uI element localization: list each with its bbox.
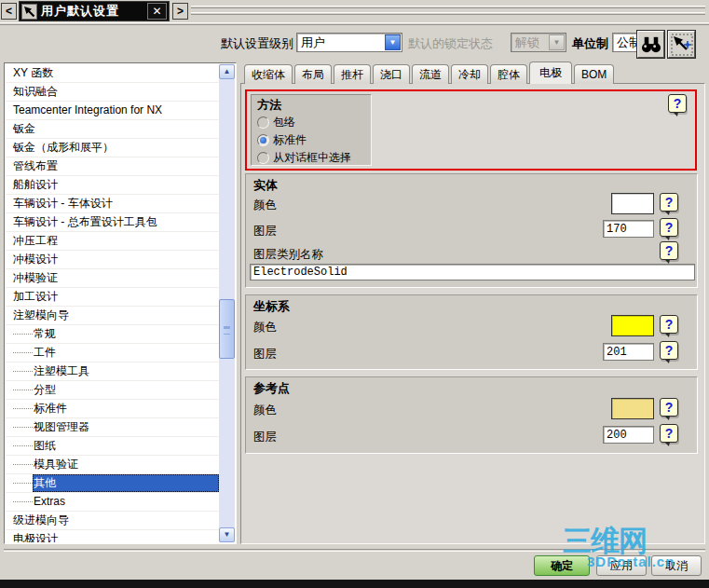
tab-推杆[interactable]: 推杆 <box>334 64 371 84</box>
sidebar-item[interactable]: 钣金（成形和展平） <box>6 139 219 157</box>
help-icon[interactable]: ? <box>660 315 678 334</box>
electrode-tab-panel: 方法 包络标准件从对话框中选择 ? 实体 颜色 ? 图层 ? 图层类别名称 ? … <box>240 83 705 544</box>
sidebar-item-label: 知识融合 <box>6 83 219 101</box>
sidebar-item[interactable]: 级进模向导 <box>6 512 219 530</box>
help-icon[interactable]: ? <box>660 398 678 417</box>
help-icon[interactable]: ? <box>660 218 678 237</box>
help-icon[interactable]: ? <box>660 424 678 443</box>
nav-prev-button[interactable]: < <box>1 3 17 20</box>
tab-BOM[interactable]: BOM <box>574 64 614 84</box>
method-radio-option[interactable]: 从对话框中选择 <box>257 149 371 167</box>
dialog-title-tab: 用户默认设置 ✕ <box>19 1 170 21</box>
sidebar-item[interactable]: 模具验证 <box>6 456 219 474</box>
close-icon[interactable]: ✕ <box>147 3 167 20</box>
scroll-down-icon[interactable]: ▼ <box>219 527 235 542</box>
sidebar-item[interactable]: Teamcenter Integration for NX <box>6 102 219 120</box>
ok-button[interactable]: 确定 <box>534 555 590 576</box>
default-level-select[interactable]: 用户 ▼ <box>296 33 402 52</box>
sidebar-item-label: 视图管理器 <box>33 418 219 436</box>
refpoint-color-swatch[interactable] <box>611 398 654 419</box>
sidebar-scrollbar[interactable]: ▲ ▼ <box>219 64 235 542</box>
sidebar-item[interactable]: 电极设计 <box>6 530 219 542</box>
nav-next-button[interactable]: > <box>172 3 188 20</box>
help-icon[interactable]: ? <box>660 193 678 212</box>
radio-icon[interactable] <box>257 152 269 164</box>
sidebar-item[interactable]: 其他 <box>6 474 219 493</box>
sidebar-item[interactable]: 视图管理器 <box>6 418 219 437</box>
sidebar-item-label: 冲模验证 <box>6 269 219 287</box>
method-highlight-box: 方法 包络标准件从对话框中选择 ? <box>245 89 697 171</box>
sidebar-item[interactable]: 车辆设计 - 总布置设计工具包 <box>6 213 219 232</box>
sidebar-item-label: Teamcenter Integration for NX <box>6 102 219 119</box>
tab-布局[interactable]: 布局 <box>294 64 332 84</box>
sidebar-item[interactable]: 船舶设计 <box>6 176 219 195</box>
tree-connector <box>13 464 33 465</box>
solid-layer-category-input[interactable] <box>250 264 695 280</box>
scrollbar-thumb[interactable] <box>219 299 235 359</box>
method-group-title: 方法 <box>257 97 371 114</box>
select-default-button[interactable] <box>668 31 695 58</box>
sidebar-item-label: Extras <box>33 493 219 511</box>
solid-color-label: 颜色 <box>253 198 277 213</box>
cancel-button[interactable]: 取消 <box>651 555 702 576</box>
refpoint-group-title: 参考点 <box>253 380 290 397</box>
sidebar-item[interactable]: 标准件 <box>6 400 219 418</box>
sidebar-item[interactable]: 车辆设计 - 车体设计 <box>6 195 219 213</box>
tab-冷却[interactable]: 冷却 <box>451 64 488 84</box>
sidebar-item[interactable]: 冲模设计 <box>6 251 219 269</box>
method-radio-option[interactable]: 包络 <box>257 114 371 131</box>
tree-connector <box>13 352 33 353</box>
solid-group: 实体 颜色 ? 图层 ? 图层类别名称 ? <box>245 173 698 288</box>
sidebar-item[interactable]: 钣金 <box>6 120 219 139</box>
find-default-button[interactable] <box>637 31 664 58</box>
refpoint-layer-input[interactable] <box>603 426 654 444</box>
sidebar-item-label: 加工设计 <box>6 288 219 306</box>
toolbar-ridge <box>191 6 705 8</box>
sidebar-item[interactable]: 管线布置 <box>6 157 219 176</box>
tab-流道[interactable]: 流道 <box>412 64 449 84</box>
sidebar-item[interactable]: 分型 <box>6 381 219 400</box>
apply-button[interactable]: 应用 <box>596 555 647 576</box>
tab-电极[interactable]: 电极 <box>529 62 572 84</box>
csys-layer-label: 图层 <box>253 347 277 362</box>
radio-option-label: 从对话框中选择 <box>273 150 351 166</box>
refpoint-group: 参考点 颜色 ? 图层 ? <box>245 376 698 454</box>
sidebar-item-label: 钣金（成形和展平） <box>6 139 219 157</box>
sidebar-item-label: 管线布置 <box>6 157 219 175</box>
sidebar-item[interactable]: 加工设计 <box>6 288 219 307</box>
bottom-edge-bar <box>0 580 709 588</box>
sidebar-item[interactable]: 注塑模工具 <box>6 362 219 381</box>
refpoint-color-label: 颜色 <box>253 403 277 418</box>
solid-layer-input[interactable] <box>603 220 654 238</box>
sidebar-item[interactable]: XY 函数 <box>6 64 219 83</box>
help-icon[interactable]: ? <box>660 241 678 260</box>
sidebar-item[interactable]: 工件 <box>6 344 219 362</box>
sidebar-item-label: 常规 <box>33 325 219 343</box>
help-icon[interactable]: ? <box>668 94 687 113</box>
sidebar-item[interactable]: 图纸 <box>6 437 219 456</box>
sidebar-item[interactable]: 冲模验证 <box>6 269 219 288</box>
sidebar-item-label: 钣金 <box>6 120 219 138</box>
chevron-down-icon[interactable]: ▼ <box>385 34 401 50</box>
csys-layer-input[interactable] <box>603 343 654 361</box>
radio-icon[interactable] <box>257 134 269 146</box>
csys-color-swatch[interactable] <box>611 315 654 336</box>
drag-cursor-icon[interactable] <box>21 4 37 20</box>
binoculars-icon <box>641 35 661 54</box>
sidebar-item[interactable]: 知识融合 <box>6 83 219 102</box>
solid-color-swatch[interactable] <box>611 193 654 214</box>
sidebar-item[interactable]: Extras <box>6 493 219 512</box>
sidebar-item[interactable]: 注塑模向导 <box>6 307 219 325</box>
help-icon[interactable]: ? <box>660 341 678 360</box>
sidebar-item[interactable]: 常规 <box>6 325 219 344</box>
tab-收缩体[interactable]: 收缩体 <box>244 64 293 84</box>
tree-connector <box>13 334 33 335</box>
tab-浇口[interactable]: 浇口 <box>373 64 410 84</box>
method-radio-option[interactable]: 标准件 <box>257 131 371 149</box>
tab-腔体[interactable]: 腔体 <box>490 64 527 84</box>
sidebar-item-label: 分型 <box>33 381 219 399</box>
radio-icon[interactable] <box>257 116 269 129</box>
sidebar-item-label: 注塑模工具 <box>33 362 219 380</box>
scroll-up-icon[interactable]: ▲ <box>219 64 235 79</box>
sidebar-item[interactable]: 冲压工程 <box>6 232 219 251</box>
